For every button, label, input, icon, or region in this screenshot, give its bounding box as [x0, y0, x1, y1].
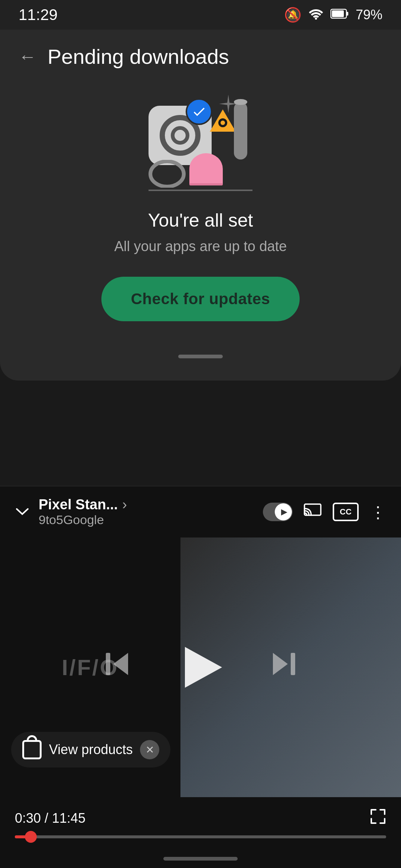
- svg-rect-9: [189, 183, 223, 185]
- mini-player-bar[interactable]: Pixel Stan... › 9to5Google ▶: [0, 486, 401, 537]
- title-chevron: ›: [122, 497, 127, 513]
- play-pause-button[interactable]: [176, 643, 225, 691]
- illustration-area: You're all set All your apps are up to d…: [19, 91, 382, 321]
- gray-tube: [232, 98, 249, 161]
- progress-area[interactable]: 0:30 / 11:45: [0, 797, 401, 853]
- shopping-bag-icon: [22, 740, 42, 759]
- wifi-icon: [308, 7, 324, 23]
- collapse-icon[interactable]: [15, 504, 30, 520]
- play-triangle: [185, 647, 222, 688]
- mute-icon: 🔕: [284, 7, 301, 23]
- video-playback-controls[interactable]: [102, 643, 299, 691]
- battery-percentage: 79%: [356, 7, 382, 23]
- svg-point-6: [221, 121, 225, 125]
- svg-rect-2: [346, 12, 348, 16]
- fullscreen-button[interactable]: [370, 808, 386, 828]
- header-row: ← Pending downloads: [19, 45, 382, 69]
- nav-handle: [163, 857, 238, 861]
- top-panel: ← Pending downloads: [0, 30, 401, 381]
- toggle-knob: ▶: [275, 503, 292, 520]
- view-products-label: View products: [49, 742, 133, 757]
- mini-title-area: Pixel Stan... › 9to5Google: [39, 497, 254, 527]
- play-toggle[interactable]: ▶: [263, 503, 293, 521]
- svg-point-11: [234, 99, 247, 105]
- svg-rect-17: [291, 653, 295, 675]
- illustration: [141, 91, 260, 195]
- svg-marker-16: [273, 653, 288, 675]
- progress-bar[interactable]: [15, 835, 386, 838]
- camera-inner: [171, 126, 189, 145]
- cc-button[interactable]: CC: [333, 503, 359, 521]
- all-set-title: You're all set: [148, 210, 253, 231]
- media-player[interactable]: Pixel Stan... › 9to5Google ▶: [0, 486, 401, 868]
- time-row: 0:30 / 11:45: [15, 808, 386, 828]
- page-title: Pending downloads: [48, 45, 229, 69]
- bag-handle: [27, 735, 37, 742]
- close-products-pill-button[interactable]: ✕: [140, 740, 159, 759]
- panel-handle: [178, 355, 223, 358]
- speech-bubble: [149, 160, 186, 189]
- ground-line: [149, 190, 252, 191]
- more-options-button[interactable]: ⋮: [370, 503, 386, 522]
- play-icon-small: ▶: [281, 507, 287, 517]
- svg-rect-10: [234, 102, 247, 160]
- all-set-subtitle: All your apps are up to date: [114, 239, 287, 254]
- mini-controls[interactable]: ▶ CC ⋮: [263, 502, 386, 522]
- skip-prev-button[interactable]: [102, 649, 132, 686]
- pink-shape: [186, 148, 226, 185]
- video-area[interactable]: I/F/O: [0, 537, 401, 797]
- progress-thumb[interactable]: [25, 831, 37, 843]
- check-updates-button[interactable]: Check for updates: [101, 277, 300, 321]
- status-icons: 🔕 79%: [284, 7, 382, 23]
- time-display: 0:30 / 11:45: [15, 811, 85, 826]
- svg-rect-3: [332, 10, 344, 17]
- battery-icon: [330, 7, 349, 23]
- media-title: Pixel Stan...: [39, 497, 118, 513]
- svg-rect-15: [106, 653, 110, 675]
- back-button[interactable]: ←: [19, 46, 36, 67]
- cast-icon[interactable]: [304, 502, 322, 522]
- status-bar: 11:29 🔕 79%: [0, 0, 401, 30]
- media-source: 9to5Google: [39, 513, 254, 527]
- svg-rect-8: [189, 169, 223, 184]
- svg-point-0: [315, 17, 317, 20]
- status-time: 11:29: [19, 6, 58, 24]
- svg-marker-14: [113, 653, 128, 675]
- skip-next-button[interactable]: [269, 649, 299, 686]
- view-products-pill[interactable]: View products ✕: [11, 732, 170, 767]
- close-icon: ✕: [146, 744, 154, 756]
- svg-point-12: [150, 161, 184, 187]
